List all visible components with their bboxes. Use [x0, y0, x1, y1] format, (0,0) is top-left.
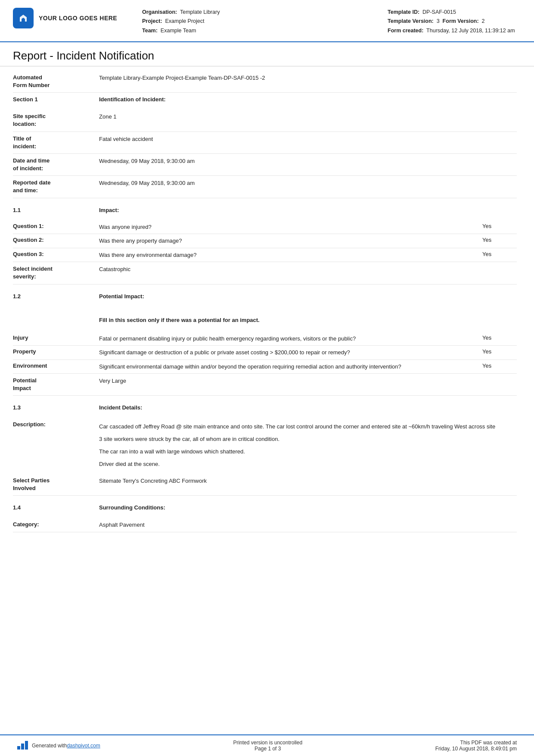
property-row: Property Significant damage or destructi…	[13, 346, 517, 360]
template-id-label: Template ID:	[388, 9, 419, 15]
report-title: Report - Incident Notification	[0, 42, 534, 66]
footer-right-line1: This PDF was created at	[435, 740, 517, 746]
sub1-3-header: 1.3 Incident Details:	[13, 401, 517, 412]
question2-row: Question 2: Was there any property damag…	[13, 234, 517, 248]
project-value: Example Project	[165, 18, 205, 24]
category-value: Asphalt Pavement	[99, 521, 517, 529]
reported-date-label: Reported dateand time:	[13, 179, 99, 194]
title-incident-row: Title ofincident: Fatal vehicle accident	[13, 132, 517, 154]
svg-rect-1	[21, 744, 24, 750]
form-created-value: Thursday, 12 July 2018, 11:39:12 am	[426, 28, 515, 34]
form-version-value: 2	[482, 18, 485, 24]
q1-value: Was anyone injured?	[99, 223, 482, 231]
form-number-row: AutomatedForm Number Template Library-Ex…	[13, 71, 517, 93]
footer-center-line2: Page 1 of 3	[233, 746, 302, 752]
property-desc: Significant damage or destruction of a p…	[99, 348, 482, 357]
dashpivot-link[interactable]: dashpivot.com	[67, 743, 100, 749]
site-location-label: Site specificlocation:	[13, 112, 99, 128]
logo-icon	[13, 8, 34, 28]
team-label: Team:	[142, 28, 158, 34]
sub1-3-num: 1.3	[13, 404, 99, 411]
footer-right-line2: Friday, 10 August 2018, 8:49:01 pm	[435, 746, 517, 752]
footer-center-line1: Printed version is uncontrolled	[233, 740, 302, 746]
sub1-2-header: 1.2 Potential Impact:	[13, 290, 517, 301]
date-time-label: Date and timeof incident:	[13, 157, 99, 172]
date-time-row: Date and timeof incident: Wednesday, 09 …	[13, 154, 517, 176]
template-version-value: 3	[437, 18, 440, 24]
description-label: Description:	[13, 421, 99, 428]
q2-answer: Yes	[482, 237, 517, 243]
injury-row: Injury Fatal or permanent disabling inju…	[13, 332, 517, 346]
title-incident-label: Title ofincident:	[13, 135, 99, 150]
sub1-4-num: 1.4	[13, 504, 99, 511]
category-row: Category: Asphalt Pavement	[13, 518, 517, 533]
template-id-value: DP-SAF-0015	[422, 9, 456, 15]
reported-date-row: Reported dateand time: Wednesday, 09 May…	[13, 176, 517, 198]
sub1-2-title: Potential Impact:	[99, 293, 144, 300]
q3-label: Question 3:	[13, 251, 99, 257]
environment-row: Environment Significant environmental da…	[13, 360, 517, 374]
form-number-value: Template Library-Example Project-Example…	[99, 74, 517, 82]
q2-value: Was there any property damage?	[99, 237, 482, 245]
q2-label: Question 2:	[13, 237, 99, 243]
form-version-label: Form Version:	[443, 18, 479, 24]
property-answer: Yes	[482, 348, 517, 355]
section1-num: Section 1	[13, 96, 99, 103]
title-incident-value: Fatal vehicle accident	[99, 135, 517, 144]
section1-header: Section 1 Identification of Incident:	[13, 93, 517, 104]
content-area: AutomatedForm Number Template Library-Ex…	[0, 66, 534, 734]
reported-date-value: Wednesday, 09 May 2018, 9:30:00 am	[99, 179, 517, 187]
sub1-3-title: Incident Details:	[99, 404, 142, 411]
page-header: YOUR LOGO GOES HERE Organisation: Templa…	[0, 0, 534, 42]
logo-text: YOUR LOGO GOES HERE	[39, 15, 117, 22]
potential-note: Fill in this section only if there was a…	[13, 312, 517, 327]
potential-impact-row: PotentialImpact Very Large	[13, 374, 517, 396]
question1-row: Question 1: Was anyone injured? Yes	[13, 220, 517, 234]
parties-value: Sitemate Terry's Concreting ABC Formwork	[99, 477, 517, 485]
potential-impact-label: PotentialImpact	[13, 377, 99, 392]
header-meta-right: Template ID: DP-SAF-0015 Template Versio…	[388, 8, 517, 35]
severity-value: Catastrophic	[99, 265, 517, 274]
potential-impact-value: Very Large	[99, 377, 517, 385]
parties-label: Select PartiesInvolved	[13, 477, 99, 492]
description-para3: The car ran into a wall with large windo…	[99, 446, 517, 458]
section1-title: Identification of Incident:	[99, 96, 166, 103]
site-location-value: Zone 1	[99, 112, 517, 121]
environment-desc: Significant environmental damage within …	[99, 362, 482, 371]
severity-row: Select incidentseverity: Catastrophic	[13, 262, 517, 284]
team-value: Example Team	[161, 28, 196, 34]
footer-left: Generated with dashpivot.com	[17, 741, 100, 751]
injury-answer: Yes	[482, 334, 517, 341]
sub1-4-title: Surrounding Conditions:	[99, 504, 165, 511]
logo-area: YOUR LOGO GOES HERE	[13, 8, 125, 28]
description-para2: 3 site workers were struck by the car, a…	[99, 433, 517, 446]
project-line: Project: Example Project	[142, 17, 388, 26]
injury-desc: Fatal or permanent disabling injury or p…	[99, 334, 482, 343]
org-line: Organisation: Template Library	[142, 8, 388, 17]
org-value: Template Library	[180, 9, 220, 15]
category-label: Category:	[13, 521, 99, 528]
team-line: Team: Example Team	[142, 26, 388, 35]
environment-answer: Yes	[482, 362, 517, 369]
environment-label: Environment	[13, 362, 99, 369]
sub1-2-num: 1.2	[13, 293, 99, 300]
project-label: Project:	[142, 18, 162, 24]
svg-rect-0	[17, 746, 20, 750]
org-label: Organisation:	[142, 9, 177, 15]
dashpivot-icon	[17, 741, 28, 751]
generated-text: Generated with	[32, 743, 67, 749]
parties-row: Select PartiesInvolved Sitemate Terry's …	[13, 474, 517, 496]
sub1-1-header: 1.1 Impact:	[13, 203, 517, 215]
q1-answer: Yes	[482, 223, 517, 229]
description-para4: Driver died at the scene.	[99, 458, 517, 471]
footer-center: Printed version is uncontrolled Page 1 o…	[233, 740, 302, 752]
footer-right: This PDF was created at Friday, 10 Augus…	[435, 740, 517, 752]
template-id-line: Template ID: DP-SAF-0015	[388, 8, 517, 17]
form-number-label: AutomatedForm Number	[13, 74, 99, 89]
sub1-1-num: 1.1	[13, 207, 99, 213]
q3-answer: Yes	[482, 251, 517, 257]
q1-label: Question 1:	[13, 223, 99, 229]
sub1-4-header: 1.4 Surrounding Conditions:	[13, 501, 517, 512]
site-location-row: Site specificlocation: Zone 1	[13, 109, 517, 131]
form-created-label: Form created:	[388, 28, 423, 34]
